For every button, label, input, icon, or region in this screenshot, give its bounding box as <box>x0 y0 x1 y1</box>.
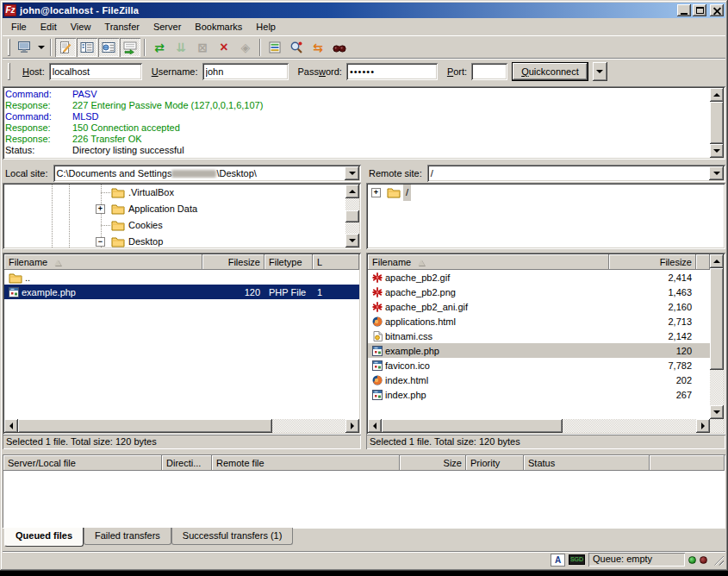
file-row[interactable]: bitnami.css2,142 <box>368 329 710 343</box>
scroll-thumb[interactable] <box>382 419 563 433</box>
local-site-dropdown[interactable] <box>345 166 359 180</box>
close-button[interactable] <box>710 4 724 16</box>
process-queue-button[interactable]: ⇊ <box>171 38 191 57</box>
toggle-local-tree-button[interactable] <box>77 38 97 57</box>
file-row[interactable]: apache_pb2.gif2,414 <box>368 270 710 285</box>
file-row[interactable]: index.php267 <box>368 387 710 402</box>
toolbar-gripper[interactable] <box>8 39 10 56</box>
column-header-server-local-file[interactable]: Server/Local file <box>3 455 162 471</box>
scroll-left-button[interactable] <box>4 419 18 433</box>
tree-expander-plus[interactable]: + <box>371 188 381 197</box>
tree-item-root[interactable]: + / <box>368 185 710 201</box>
queue-body[interactable] <box>3 471 725 527</box>
scroll-down-button[interactable] <box>710 405 724 419</box>
local-site-combo[interactable]: C:\Documents and Settings\Desktop\ <box>53 165 361 182</box>
scroll-up-button[interactable] <box>710 88 724 102</box>
scroll-thumb[interactable] <box>710 102 724 144</box>
find-files-button[interactable] <box>329 38 350 57</box>
column-header-status[interactable]: Status <box>524 455 650 471</box>
local-tree-content: .VirtualBox + Application Data Cookies − <box>4 185 345 247</box>
scroll-up-button[interactable] <box>345 185 359 198</box>
tree-expander-minus[interactable]: − <box>96 237 105 247</box>
scroll-right-button[interactable] <box>696 419 710 433</box>
column-header-lastmodified[interactable]: L <box>313 254 359 270</box>
site-manager-button[interactable] <box>14 38 34 57</box>
scroll-left-button[interactable] <box>368 419 382 433</box>
synchronized-browsing-button[interactable]: ⇆ <box>308 38 328 57</box>
file-row[interactable]: apache_pb2.png1,463 <box>368 285 710 299</box>
scroll-track[interactable] <box>345 222 359 235</box>
tree-item-virtualbox[interactable]: .VirtualBox <box>4 185 345 201</box>
scroll-track[interactable] <box>563 419 696 433</box>
tab-failed-transfers[interactable]: Failed transfers <box>84 528 171 545</box>
log-scrollbar[interactable] <box>710 88 724 158</box>
site-manager-dropdown[interactable] <box>35 38 47 57</box>
menu-edit[interactable]: Edit <box>34 19 64 34</box>
toggle-transfer-queue-button[interactable] <box>120 38 140 57</box>
filter-button[interactable] <box>264 38 285 57</box>
local-tree-scrollbar[interactable] <box>345 185 359 247</box>
menu-help[interactable]: Help <box>249 19 283 34</box>
username-input[interactable] <box>202 63 289 80</box>
quickconnect-button[interactable]: Quickconnect <box>512 62 588 81</box>
column-header-filesize[interactable]: Filesize <box>609 254 696 270</box>
resize-grip[interactable] <box>712 554 724 566</box>
tree-item-application-data[interactable]: + Application Data <box>4 201 345 217</box>
scroll-track[interactable] <box>345 198 359 210</box>
column-header-remote-file[interactable]: Remote file <box>212 455 400 471</box>
column-header-size[interactable]: Size <box>400 455 466 471</box>
tree-item-cookies[interactable]: Cookies <box>4 217 345 234</box>
scroll-right-button[interactable] <box>345 419 359 433</box>
scroll-track[interactable] <box>272 419 345 433</box>
local-list-hscrollbar[interactable] <box>4 419 359 433</box>
minimize-button[interactable] <box>677 4 691 16</box>
reconnect-button[interactable]: ◈ <box>235 38 256 57</box>
quickconnect-dropdown[interactable] <box>593 62 607 81</box>
column-header-direction[interactable]: Directi... <box>162 455 212 471</box>
remote-site-combo[interactable]: / <box>427 165 725 182</box>
scroll-thumb[interactable] <box>710 268 724 370</box>
column-header-filename[interactable]: Filename <box>368 254 609 270</box>
file-row-example-php[interactable]: example.php 120 PHP File 1 <box>4 285 359 299</box>
menu-view[interactable]: View <box>64 19 98 34</box>
host-input[interactable] <box>49 63 142 80</box>
file-row[interactable]: applications.html2,713 <box>368 314 710 329</box>
column-header-filetype[interactable]: Filetype <box>264 254 313 270</box>
disconnect-button[interactable]: × <box>214 38 234 57</box>
scroll-up-button[interactable] <box>710 254 724 268</box>
toggle-remote-tree-button[interactable] <box>98 38 119 57</box>
file-row-selected[interactable]: example.php120 <box>368 343 710 358</box>
tree-item-desktop[interactable]: − Desktop <box>4 234 345 247</box>
menu-bookmarks[interactable]: Bookmarks <box>188 19 249 34</box>
scroll-thumb[interactable] <box>345 210 359 222</box>
menu-transfer[interactable]: Transfer <box>97 19 146 34</box>
file-row[interactable]: index.html202 <box>368 373 710 387</box>
file-row[interactable]: favicon.ico7,782 <box>368 358 710 373</box>
scroll-thumb[interactable] <box>18 419 272 433</box>
column-header-filename[interactable]: Filename <box>4 254 202 270</box>
remote-site-dropdown[interactable] <box>709 166 724 180</box>
tree-expander-plus[interactable]: + <box>96 204 105 214</box>
file-row-parent-dir[interactable]: .. <box>4 270 359 285</box>
menu-server[interactable]: Server <box>146 19 188 34</box>
maximize-button[interactable] <box>693 4 706 16</box>
tab-successful-transfers[interactable]: Successful transfers (1) <box>171 528 294 545</box>
quickconnect-gripper[interactable] <box>8 63 10 80</box>
toggle-message-log-button[interactable] <box>55 38 76 57</box>
scroll-down-button[interactable] <box>345 234 359 247</box>
port-input[interactable] <box>471 63 507 80</box>
password-input[interactable] <box>346 63 438 80</box>
scroll-down-button[interactable] <box>710 144 724 158</box>
scroll-track[interactable] <box>710 370 724 405</box>
remote-list-vscrollbar[interactable] <box>710 254 724 433</box>
remote-list-hscrollbar[interactable] <box>368 419 710 433</box>
disconnect-icon: × <box>220 40 227 55</box>
cancel-operation-button[interactable]: ⊠ <box>192 38 213 57</box>
column-header-filesize[interactable]: Filesize <box>202 254 264 270</box>
refresh-button[interactable]: ⇄ <box>149 38 170 57</box>
tab-queued-files[interactable]: Queued files <box>4 528 84 547</box>
directory-comparison-button[interactable] <box>286 38 307 57</box>
menu-file[interactable]: File <box>4 19 34 34</box>
column-header-priority[interactable]: Priority <box>466 455 524 471</box>
file-row[interactable]: apache_pb2_ani.gif2,160 <box>368 299 710 314</box>
